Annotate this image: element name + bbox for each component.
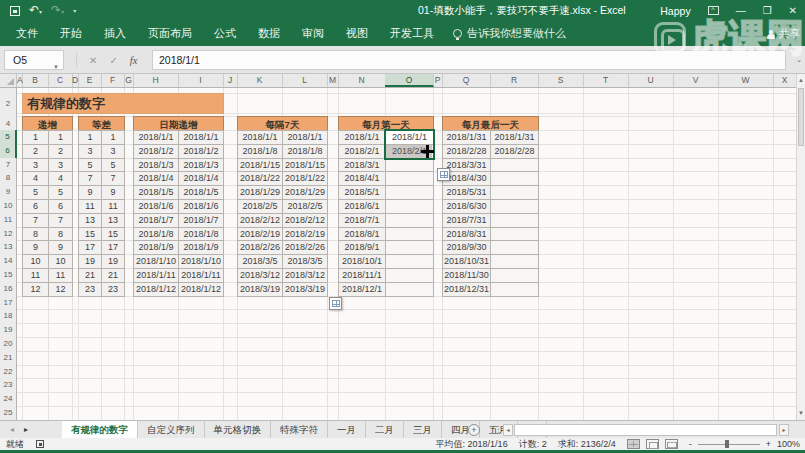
column-header-B[interactable]: B — [22, 74, 49, 87]
row-header-25[interactable]: 25 — [0, 406, 17, 420]
normal-view-icon[interactable] — [627, 439, 640, 449]
cell-I5[interactable]: 2018/1/1 — [178, 130, 224, 145]
cell-R8[interactable] — [490, 171, 539, 186]
expand-formula-bar-icon[interactable]: ⌄ — [796, 56, 802, 64]
cell-K9[interactable]: 2018/1/29 — [237, 185, 283, 200]
cell-H15[interactable]: 2018/1/11 — [133, 268, 179, 283]
cell-I15[interactable]: 2018/1/11 — [178, 268, 224, 283]
cell-N15[interactable]: 2018/11/1 — [338, 268, 386, 283]
row-header-15[interactable]: 15 — [0, 268, 17, 283]
sheet-tab-5[interactable]: 一月 — [328, 421, 366, 438]
ribbon-tab-9[interactable]: 开发工具 — [379, 21, 445, 46]
table-header-3[interactable]: 日期递增 — [133, 116, 224, 131]
sheet-tab-4[interactable]: 特殊字符 — [271, 421, 328, 438]
ribbon-tab-7[interactable]: 审阅 — [291, 21, 335, 46]
cell-K10[interactable]: 2018/2/5 — [237, 199, 283, 214]
cell-I11[interactable]: 2018/1/7 — [178, 213, 224, 228]
cell-R5[interactable]: 2018/1/31 — [490, 130, 539, 145]
formula-input[interactable]: 2018/1/1 — [152, 50, 786, 70]
cell-B15[interactable]: 11 — [22, 268, 49, 283]
cell-L14[interactable]: 2018/3/5 — [282, 254, 328, 269]
cell-F14[interactable]: 19 — [101, 254, 125, 269]
cell-E14[interactable]: 19 — [78, 254, 102, 269]
row-header-10[interactable]: 10 — [0, 199, 17, 214]
cell-Q9[interactable]: 2018/5/31 — [442, 185, 491, 200]
cell-K15[interactable]: 2018/3/12 — [237, 268, 283, 283]
sheet-grid[interactable]: 245678910111213141516171819202122232425有… — [0, 88, 796, 420]
new-sheet-button[interactable]: + — [468, 424, 480, 436]
cell-F7[interactable]: 5 — [101, 158, 125, 173]
customize-qat-icon[interactable]: ▾ — [73, 7, 76, 14]
cell-H6[interactable]: 2018/1/2 — [133, 144, 179, 159]
cell-R12[interactable] — [490, 227, 539, 242]
select-all-corner[interactable] — [0, 74, 17, 87]
cell-F8[interactable]: 7 — [101, 171, 125, 186]
scroll-up-icon[interactable]: ▲ — [797, 75, 805, 86]
zoom-slider-thumb[interactable] — [725, 440, 729, 448]
cell-I8[interactable]: 2018/1/4 — [178, 171, 224, 186]
save-icon[interactable] — [10, 6, 20, 16]
cell-N6[interactable]: 2018/2/1 — [338, 144, 386, 159]
sheet-next-icon[interactable]: ▸ — [24, 425, 28, 434]
row-header-11[interactable]: 11 — [0, 213, 17, 228]
cell-B6[interactable]: 2 — [22, 144, 49, 159]
cell-C11[interactable]: 7 — [48, 213, 73, 228]
column-header-Q[interactable]: Q — [442, 74, 491, 87]
cell-R14[interactable] — [490, 254, 539, 269]
cell-I9[interactable]: 2018/1/5 — [178, 185, 224, 200]
cell-O9[interactable] — [385, 185, 434, 200]
cell-N8[interactable]: 2018/4/1 — [338, 171, 386, 186]
table-header-6[interactable]: 每月最后一天 — [442, 116, 539, 131]
row-header-7[interactable]: 7 — [0, 158, 17, 173]
cell-E12[interactable]: 15 — [78, 227, 102, 242]
cell-F9[interactable]: 9 — [101, 185, 125, 200]
row-header-16[interactable]: 16 — [0, 282, 17, 297]
column-header-K[interactable]: K — [237, 74, 283, 87]
cell-K6[interactable]: 2018/1/8 — [237, 144, 283, 159]
cell-E15[interactable]: 21 — [78, 268, 102, 283]
cell-B13[interactable]: 9 — [22, 240, 49, 255]
zoom-out-button[interactable]: - — [689, 439, 692, 449]
sheet-title-cell[interactable]: 有规律的数字 — [22, 93, 224, 114]
cell-F16[interactable]: 23 — [101, 282, 125, 297]
ribbon-tab-2[interactable]: 开始 — [49, 21, 93, 46]
cell-L15[interactable]: 2018/3/12 — [282, 268, 328, 283]
zoom-in-button[interactable]: + — [766, 439, 771, 449]
cell-K14[interactable]: 2018/3/5 — [237, 254, 283, 269]
horizontal-scrollbar[interactable] — [514, 424, 777, 436]
row-header-22[interactable]: 22 — [0, 365, 17, 380]
row-header-5[interactable]: 5 — [0, 130, 17, 145]
zoom-slider[interactable] — [698, 444, 760, 445]
row-header-17[interactable]: 17 — [0, 296, 17, 311]
cell-H8[interactable]: 2018/1/4 — [133, 171, 179, 186]
ribbon-tab-4[interactable]: 页面布局 — [137, 21, 203, 46]
table-header-1[interactable]: 递增 — [22, 116, 73, 131]
ribbon-tab-5[interactable]: 公式 — [203, 21, 247, 46]
cell-O10[interactable] — [385, 199, 434, 214]
cell-O8[interactable] — [385, 171, 434, 186]
cell-N16[interactable]: 2018/12/1 — [338, 282, 386, 297]
cell-R6[interactable]: 2018/2/28 — [490, 144, 539, 159]
table-header-4[interactable]: 每隔7天 — [237, 116, 328, 131]
column-header-O[interactable]: O — [385, 74, 434, 87]
cell-I12[interactable]: 2018/1/8 — [178, 227, 224, 242]
hscroll-right-icon[interactable]: ▸ — [779, 424, 789, 436]
row-header-6[interactable]: 6 — [0, 144, 17, 159]
cell-K13[interactable]: 2018/2/26 — [237, 240, 283, 255]
cell-E6[interactable]: 3 — [78, 144, 102, 159]
row-header-13[interactable]: 13 — [0, 240, 17, 255]
zoom-level[interactable]: 100% — [777, 439, 800, 449]
page-layout-view-icon[interactable] — [646, 439, 659, 449]
cell-B10[interactable]: 6 — [22, 199, 49, 214]
cell-C12[interactable]: 8 — [48, 227, 73, 242]
sheet-tab-3[interactable]: 单元格切换 — [205, 421, 272, 438]
cell-L7[interactable]: 2018/1/15 — [282, 158, 328, 173]
cell-O14[interactable] — [385, 254, 434, 269]
cell-H12[interactable]: 2018/1/8 — [133, 227, 179, 242]
column-header-X[interactable]: X — [773, 74, 797, 87]
column-header-E[interactable]: E — [78, 74, 102, 87]
cell-R7[interactable] — [490, 158, 539, 173]
cell-Q12[interactable]: 2018/8/31 — [442, 227, 491, 242]
vertical-scrollbar[interactable]: ▲ ▼ — [796, 74, 805, 420]
cell-C8[interactable]: 4 — [48, 171, 73, 186]
